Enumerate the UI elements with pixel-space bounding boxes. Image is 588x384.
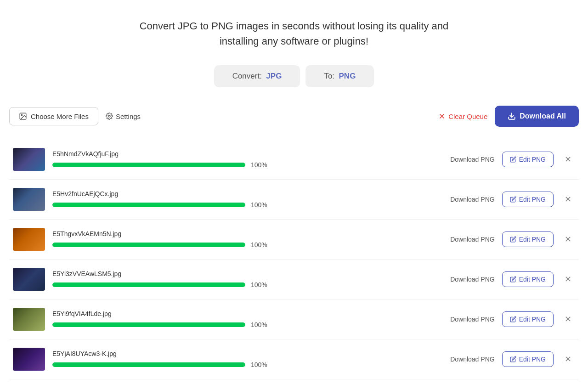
choose-more-files-button[interactable]: Choose More Files: [9, 107, 98, 125]
toolbar: Choose More Files Settings Clear Queue D…: [9, 106, 579, 130]
x-circle-icon: [438, 113, 446, 120]
remove-file-button[interactable]: ✕: [561, 233, 575, 245]
download-png-link[interactable]: Download PNG: [450, 276, 495, 283]
progress-bar-background: [52, 282, 245, 287]
pencil-icon: [510, 196, 516, 203]
pencil-icon: [510, 316, 516, 322]
edit-png-button[interactable]: Edit PNG: [502, 152, 554, 167]
file-thumbnail: [13, 308, 45, 331]
progress-bar-fill: [52, 163, 245, 167]
settings-button[interactable]: Settings: [106, 113, 141, 120]
page-container: Convert JPG to PNG images in seconds wit…: [9, 18, 579, 379]
convert-value: JPG: [266, 72, 282, 80]
download-all-button[interactable]: Download All: [495, 106, 579, 127]
download-icon: [508, 112, 516, 120]
progress-bar-fill: [52, 282, 245, 287]
progress-bar-background: [52, 322, 245, 327]
progress-percent: 100%: [251, 241, 267, 248]
file-actions: Download PNG Edit PNG ✕: [450, 192, 575, 207]
file-name: E5Hv2fnUcAEjQCx.jpg: [52, 190, 443, 198]
edit-png-button[interactable]: Edit PNG: [502, 311, 554, 327]
svg-point-2: [108, 115, 110, 117]
convert-from-pill: Convert: JPG: [214, 65, 300, 87]
download-png-link[interactable]: Download PNG: [450, 196, 495, 203]
file-actions: Download PNG Edit PNG ✕: [450, 311, 575, 327]
progress-bar-fill: [52, 203, 245, 207]
file-row: E5Yi3zVVEAwLSM5.jpg 100% Download PNG Ed…: [9, 260, 579, 299]
file-actions: Download PNG Edit PNG ✕: [450, 351, 575, 367]
file-info: E5YjAI8UYAcw3-K.jpg 100%: [52, 350, 443, 368]
convert-bar: Convert: JPG To: PNG: [9, 65, 579, 87]
clear-queue-label: Clear Queue: [448, 113, 487, 120]
file-row: E5YjAI8UYAcw3-K.jpg 100% Download PNG Ed…: [9, 339, 579, 379]
remove-file-button[interactable]: ✕: [561, 313, 575, 325]
svg-point-1: [21, 114, 22, 115]
progress-bar-fill: [52, 243, 245, 247]
file-row: E5ThgvxVkAEMn5N.jpg 100% Download PNG Ed…: [9, 220, 579, 260]
progress-percent: 100%: [251, 321, 267, 328]
remove-file-button[interactable]: ✕: [561, 273, 575, 285]
to-label: To:: [324, 72, 334, 80]
file-list: E5hNmdZVkAQfjuF.jpg 100% Download PNG Ed…: [9, 140, 579, 379]
gear-icon: [106, 113, 113, 120]
pencil-icon: [510, 156, 516, 163]
progress-percent: 100%: [251, 201, 267, 209]
progress-bar-background: [52, 163, 245, 167]
pencil-icon: [510, 276, 516, 282]
remove-file-button[interactable]: ✕: [561, 193, 575, 205]
file-thumbnail: [13, 268, 45, 291]
file-info: E5ThgvxVkAEMn5N.jpg 100%: [52, 230, 443, 248]
progress-bar-background: [52, 203, 245, 207]
progress-bar-fill: [52, 322, 245, 327]
file-thumbnail: [13, 148, 45, 171]
file-info: E5hNmdZVkAQfjuF.jpg 100%: [52, 150, 443, 169]
progress-row: 100%: [52, 321, 443, 328]
progress-percent: 100%: [251, 281, 267, 288]
progress-percent: 100%: [251, 361, 267, 368]
convert-label: Convert:: [232, 72, 262, 80]
download-png-link[interactable]: Download PNG: [450, 236, 495, 243]
file-thumbnail: [13, 188, 45, 211]
convert-to-pill: To: PNG: [305, 65, 374, 87]
remove-file-button[interactable]: ✕: [561, 353, 575, 365]
progress-row: 100%: [52, 361, 443, 368]
file-row: E5hNmdZVkAQfjuF.jpg 100% Download PNG Ed…: [9, 140, 579, 180]
to-value: PNG: [339, 72, 356, 80]
edit-png-button[interactable]: Edit PNG: [502, 351, 554, 367]
pencil-icon: [510, 356, 516, 362]
edit-png-button[interactable]: Edit PNG: [502, 232, 554, 247]
progress-row: 100%: [52, 201, 443, 209]
file-info: E5Yi3zVVEAwLSM5.jpg 100%: [52, 270, 443, 288]
settings-label: Settings: [116, 113, 141, 120]
edit-png-button[interactable]: Edit PNG: [502, 192, 554, 207]
file-name: E5Yi3zVVEAwLSM5.jpg: [52, 270, 443, 277]
image-icon: [19, 112, 27, 120]
progress-bar-background: [52, 243, 245, 247]
progress-row: 100%: [52, 281, 443, 288]
pencil-icon: [510, 236, 516, 243]
progress-bar-fill: [52, 362, 245, 367]
hero-text: Convert JPG to PNG images in seconds wit…: [9, 18, 579, 49]
remove-file-button[interactable]: ✕: [561, 153, 575, 165]
file-thumbnail: [13, 348, 45, 371]
hero-line1: Convert JPG to PNG images in seconds wit…: [140, 20, 449, 32]
file-info: E5Hv2fnUcAEjQCx.jpg 100%: [52, 190, 443, 209]
progress-row: 100%: [52, 241, 443, 248]
file-name: E5hNmdZVkAQfjuF.jpg: [52, 150, 443, 158]
file-name: E5Yi9fqVIA4fLde.jpg: [52, 310, 443, 317]
file-thumbnail: [13, 228, 45, 251]
download-all-label: Download All: [520, 112, 566, 120]
file-info: E5Yi9fqVIA4fLde.jpg 100%: [52, 310, 443, 328]
clear-queue-button[interactable]: Clear Queue: [438, 113, 487, 120]
file-row: E5Yi9fqVIA4fLde.jpg 100% Download PNG Ed…: [9, 299, 579, 339]
download-png-link[interactable]: Download PNG: [450, 156, 495, 163]
choose-more-files-label: Choose More Files: [31, 113, 89, 120]
download-png-link[interactable]: Download PNG: [450, 356, 495, 363]
file-actions: Download PNG Edit PNG ✕: [450, 271, 575, 287]
file-actions: Download PNG Edit PNG ✕: [450, 152, 575, 167]
progress-row: 100%: [52, 161, 443, 169]
hero-line2: installing any software or plugins!: [220, 35, 368, 47]
download-png-link[interactable]: Download PNG: [450, 316, 495, 323]
progress-percent: 100%: [251, 161, 267, 169]
edit-png-button[interactable]: Edit PNG: [502, 271, 554, 287]
